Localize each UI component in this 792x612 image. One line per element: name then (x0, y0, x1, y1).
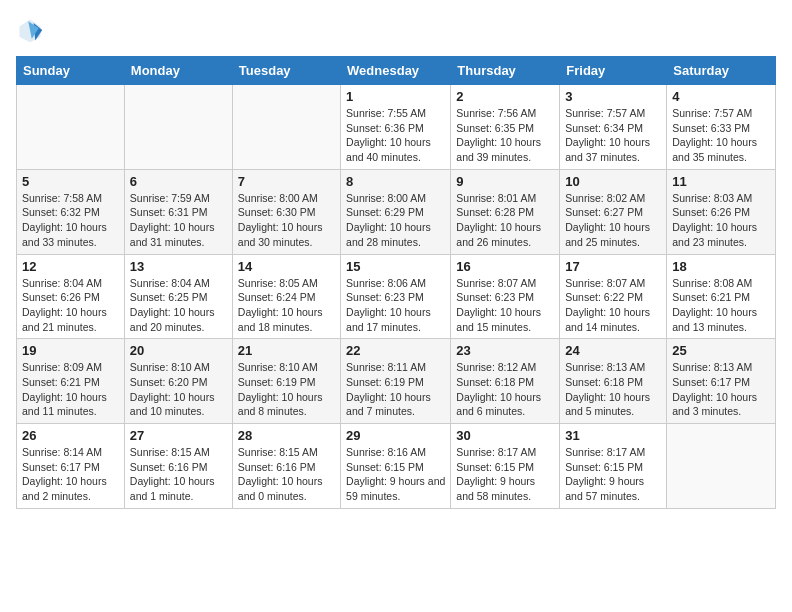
calendar-cell: 5Sunrise: 7:58 AM Sunset: 6:32 PM Daylig… (17, 169, 125, 254)
day-number: 5 (22, 174, 119, 189)
day-number: 12 (22, 259, 119, 274)
calendar-cell: 28Sunrise: 8:15 AM Sunset: 6:16 PM Dayli… (232, 424, 340, 509)
day-info: Sunrise: 8:02 AM Sunset: 6:27 PM Dayligh… (565, 191, 661, 250)
day-info: Sunrise: 8:13 AM Sunset: 6:17 PM Dayligh… (672, 360, 770, 419)
calendar-cell: 26Sunrise: 8:14 AM Sunset: 6:17 PM Dayli… (17, 424, 125, 509)
day-info: Sunrise: 8:04 AM Sunset: 6:26 PM Dayligh… (22, 276, 119, 335)
day-info: Sunrise: 7:57 AM Sunset: 6:33 PM Dayligh… (672, 106, 770, 165)
day-number: 7 (238, 174, 335, 189)
column-header-wednesday: Wednesday (341, 57, 451, 85)
day-info: Sunrise: 8:00 AM Sunset: 6:30 PM Dayligh… (238, 191, 335, 250)
calendar-week-row: 5Sunrise: 7:58 AM Sunset: 6:32 PM Daylig… (17, 169, 776, 254)
day-number: 30 (456, 428, 554, 443)
logo (16, 16, 48, 44)
day-number: 21 (238, 343, 335, 358)
calendar-cell (124, 85, 232, 170)
calendar-cell: 14Sunrise: 8:05 AM Sunset: 6:24 PM Dayli… (232, 254, 340, 339)
day-number: 22 (346, 343, 445, 358)
day-number: 10 (565, 174, 661, 189)
day-info: Sunrise: 8:10 AM Sunset: 6:20 PM Dayligh… (130, 360, 227, 419)
calendar-cell: 13Sunrise: 8:04 AM Sunset: 6:25 PM Dayli… (124, 254, 232, 339)
column-header-saturday: Saturday (667, 57, 776, 85)
calendar-cell: 16Sunrise: 8:07 AM Sunset: 6:23 PM Dayli… (451, 254, 560, 339)
calendar-cell: 7Sunrise: 8:00 AM Sunset: 6:30 PM Daylig… (232, 169, 340, 254)
calendar-cell: 23Sunrise: 8:12 AM Sunset: 6:18 PM Dayli… (451, 339, 560, 424)
logo-icon (16, 16, 44, 44)
calendar-cell: 27Sunrise: 8:15 AM Sunset: 6:16 PM Dayli… (124, 424, 232, 509)
calendar-cell (667, 424, 776, 509)
day-info: Sunrise: 7:58 AM Sunset: 6:32 PM Dayligh… (22, 191, 119, 250)
calendar-week-row: 26Sunrise: 8:14 AM Sunset: 6:17 PM Dayli… (17, 424, 776, 509)
day-info: Sunrise: 8:13 AM Sunset: 6:18 PM Dayligh… (565, 360, 661, 419)
calendar-cell: 31Sunrise: 8:17 AM Sunset: 6:15 PM Dayli… (560, 424, 667, 509)
day-info: Sunrise: 8:01 AM Sunset: 6:28 PM Dayligh… (456, 191, 554, 250)
day-number: 9 (456, 174, 554, 189)
day-number: 24 (565, 343, 661, 358)
day-number: 29 (346, 428, 445, 443)
day-info: Sunrise: 8:07 AM Sunset: 6:23 PM Dayligh… (456, 276, 554, 335)
day-number: 18 (672, 259, 770, 274)
day-number: 17 (565, 259, 661, 274)
day-info: Sunrise: 8:11 AM Sunset: 6:19 PM Dayligh… (346, 360, 445, 419)
day-number: 27 (130, 428, 227, 443)
day-info: Sunrise: 8:12 AM Sunset: 6:18 PM Dayligh… (456, 360, 554, 419)
column-header-monday: Monday (124, 57, 232, 85)
day-number: 4 (672, 89, 770, 104)
calendar-week-row: 12Sunrise: 8:04 AM Sunset: 6:26 PM Dayli… (17, 254, 776, 339)
calendar-cell (232, 85, 340, 170)
calendar-cell: 1Sunrise: 7:55 AM Sunset: 6:36 PM Daylig… (341, 85, 451, 170)
calendar-cell: 15Sunrise: 8:06 AM Sunset: 6:23 PM Dayli… (341, 254, 451, 339)
calendar-cell: 18Sunrise: 8:08 AM Sunset: 6:21 PM Dayli… (667, 254, 776, 339)
day-number: 23 (456, 343, 554, 358)
day-info: Sunrise: 8:05 AM Sunset: 6:24 PM Dayligh… (238, 276, 335, 335)
day-info: Sunrise: 8:15 AM Sunset: 6:16 PM Dayligh… (130, 445, 227, 504)
day-info: Sunrise: 8:16 AM Sunset: 6:15 PM Dayligh… (346, 445, 445, 504)
calendar-cell: 11Sunrise: 8:03 AM Sunset: 6:26 PM Dayli… (667, 169, 776, 254)
calendar-cell: 10Sunrise: 8:02 AM Sunset: 6:27 PM Dayli… (560, 169, 667, 254)
column-header-sunday: Sunday (17, 57, 125, 85)
day-number: 28 (238, 428, 335, 443)
calendar-cell: 6Sunrise: 7:59 AM Sunset: 6:31 PM Daylig… (124, 169, 232, 254)
day-info: Sunrise: 8:07 AM Sunset: 6:22 PM Dayligh… (565, 276, 661, 335)
calendar-cell: 21Sunrise: 8:10 AM Sunset: 6:19 PM Dayli… (232, 339, 340, 424)
day-info: Sunrise: 8:17 AM Sunset: 6:15 PM Dayligh… (456, 445, 554, 504)
calendar-header-row: SundayMondayTuesdayWednesdayThursdayFrid… (17, 57, 776, 85)
day-number: 16 (456, 259, 554, 274)
column-header-tuesday: Tuesday (232, 57, 340, 85)
page-header (16, 16, 776, 44)
day-info: Sunrise: 8:09 AM Sunset: 6:21 PM Dayligh… (22, 360, 119, 419)
day-number: 20 (130, 343, 227, 358)
calendar-cell: 12Sunrise: 8:04 AM Sunset: 6:26 PM Dayli… (17, 254, 125, 339)
calendar-cell: 9Sunrise: 8:01 AM Sunset: 6:28 PM Daylig… (451, 169, 560, 254)
day-number: 8 (346, 174, 445, 189)
day-info: Sunrise: 7:56 AM Sunset: 6:35 PM Dayligh… (456, 106, 554, 165)
day-number: 3 (565, 89, 661, 104)
calendar-cell: 24Sunrise: 8:13 AM Sunset: 6:18 PM Dayli… (560, 339, 667, 424)
day-info: Sunrise: 7:57 AM Sunset: 6:34 PM Dayligh… (565, 106, 661, 165)
day-number: 19 (22, 343, 119, 358)
day-info: Sunrise: 8:03 AM Sunset: 6:26 PM Dayligh… (672, 191, 770, 250)
day-number: 1 (346, 89, 445, 104)
calendar-table: SundayMondayTuesdayWednesdayThursdayFrid… (16, 56, 776, 509)
day-info: Sunrise: 8:14 AM Sunset: 6:17 PM Dayligh… (22, 445, 119, 504)
column-header-thursday: Thursday (451, 57, 560, 85)
calendar-cell: 30Sunrise: 8:17 AM Sunset: 6:15 PM Dayli… (451, 424, 560, 509)
day-info: Sunrise: 8:06 AM Sunset: 6:23 PM Dayligh… (346, 276, 445, 335)
day-number: 2 (456, 89, 554, 104)
day-info: Sunrise: 8:15 AM Sunset: 6:16 PM Dayligh… (238, 445, 335, 504)
calendar-cell: 8Sunrise: 8:00 AM Sunset: 6:29 PM Daylig… (341, 169, 451, 254)
day-number: 14 (238, 259, 335, 274)
day-number: 25 (672, 343, 770, 358)
day-number: 6 (130, 174, 227, 189)
calendar-cell: 17Sunrise: 8:07 AM Sunset: 6:22 PM Dayli… (560, 254, 667, 339)
calendar-cell: 29Sunrise: 8:16 AM Sunset: 6:15 PM Dayli… (341, 424, 451, 509)
calendar-cell: 2Sunrise: 7:56 AM Sunset: 6:35 PM Daylig… (451, 85, 560, 170)
day-number: 11 (672, 174, 770, 189)
calendar-cell: 3Sunrise: 7:57 AM Sunset: 6:34 PM Daylig… (560, 85, 667, 170)
day-info: Sunrise: 8:00 AM Sunset: 6:29 PM Dayligh… (346, 191, 445, 250)
calendar-cell: 4Sunrise: 7:57 AM Sunset: 6:33 PM Daylig… (667, 85, 776, 170)
day-number: 15 (346, 259, 445, 274)
calendar-cell: 25Sunrise: 8:13 AM Sunset: 6:17 PM Dayli… (667, 339, 776, 424)
day-info: Sunrise: 8:04 AM Sunset: 6:25 PM Dayligh… (130, 276, 227, 335)
day-number: 26 (22, 428, 119, 443)
